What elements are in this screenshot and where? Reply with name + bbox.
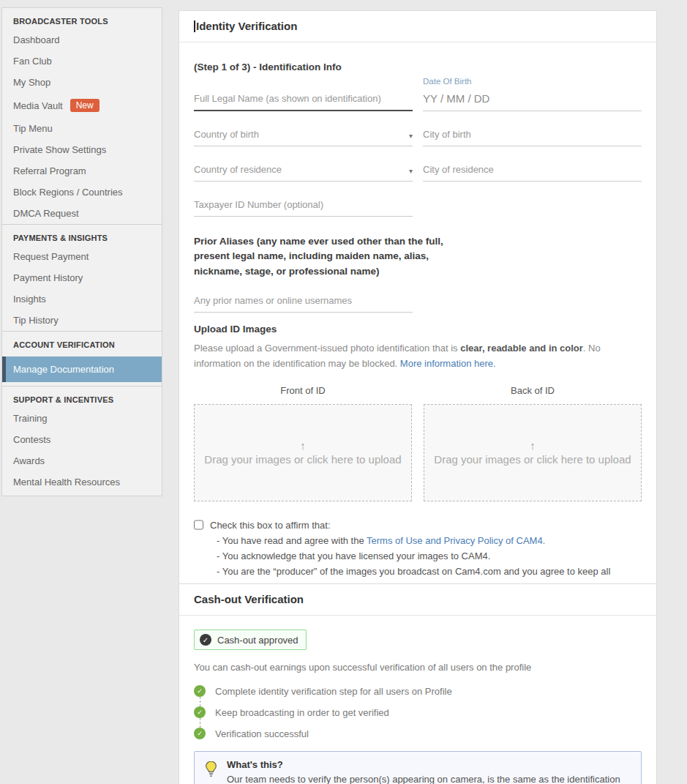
affirm-item: - You have read and agree with the Terms…: [217, 533, 642, 548]
sidebar-section-header: SUPPORT & INCENTIVES: [2, 387, 162, 408]
sidebar-item-label: Insights: [13, 294, 46, 304]
card-title-row: Identity Verification: [179, 11, 656, 42]
check-circle-icon: ✓: [194, 706, 206, 718]
sidebar-section-header: PAYMENTS & INSIGHTS: [2, 225, 162, 246]
dropzone-text: Drag your images or click here to upload: [434, 453, 631, 466]
sidebar-item-label: Private Show Settings: [13, 145, 106, 154]
sidebar-item-payment-history[interactable]: Payment History: [2, 267, 162, 288]
sidebar-item-contests[interactable]: Contests: [2, 429, 162, 450]
step-label: Keep broadcasting in order to get verifi…: [215, 707, 389, 718]
affirm-checkbox[interactable]: [194, 520, 203, 530]
info-body: Our team needs to verify the person(s) a…: [227, 772, 631, 784]
page: BROADCASTER TOOLS Dashboard Fan Club My …: [0, 0, 687, 784]
chevron-down-icon: ▾: [409, 132, 413, 140]
cashout-title: Cash-out Verification: [194, 593, 304, 605]
affirm-item-text: - You have read and agree with the: [217, 535, 367, 546]
sidebar-item-label: Contests: [13, 435, 50, 444]
affirm-label: Check this box to affirm that:: [210, 518, 642, 533]
sidebar-item-dmca-request[interactable]: DMCA Request: [2, 203, 162, 224]
upload-id-images-heading: Upload ID Images: [194, 324, 642, 335]
dob-label: Date Of Birth: [423, 77, 642, 86]
sidebar-item-label: Referral Program: [13, 166, 86, 176]
cashout-approved-badge: ✓ Cash-out approved: [194, 630, 307, 650]
sidebar-item-label: Tip History: [13, 316, 59, 325]
sidebar-section-header: BROADCASTER TOOLS: [2, 8, 162, 29]
sidebar-item-label: Payment History: [13, 273, 83, 283]
sidebar-item-tip-history[interactable]: Tip History: [2, 310, 162, 331]
cashout-intro: You can cash-out earnings upon successfu…: [194, 662, 642, 673]
text-cursor: [194, 20, 195, 32]
front-of-id-column: Front of ID ↑ Drag your images or click …: [194, 385, 412, 501]
sidebar-item-label: My Shop: [13, 78, 50, 87]
sidebar-section-payments-insights: PAYMENTS & INSIGHTS Request Payment Paym…: [2, 224, 162, 331]
country-of-residence-select[interactable]: Country of residence ▾: [194, 160, 413, 182]
sidebar-item-label: Mental Health Resources: [13, 477, 120, 487]
sidebar-item-manage-documentation[interactable]: Manage Documentation: [2, 356, 162, 382]
form-grid: Date Of Birth Country of birth ▾ Country…: [194, 77, 642, 217]
front-of-id-label: Front of ID: [194, 385, 412, 396]
more-information-link[interactable]: More information here.: [400, 358, 496, 369]
sidebar-section-support-incentives: SUPPORT & INCENTIVES Training Contests A…: [2, 386, 162, 493]
info-title: What's this?: [227, 759, 631, 770]
identity-form: (Step 1 of 3) - Identification Info Date…: [179, 42, 656, 610]
sidebar-item-fan-club[interactable]: Fan Club: [2, 51, 162, 72]
taxpayer-id-cell: [194, 195, 413, 217]
full-legal-name-field[interactable]: [194, 89, 413, 111]
upload-arrow-icon: ↑: [300, 440, 306, 451]
dob-field[interactable]: [423, 86, 642, 111]
sidebar-item-label: Block Regions / Countries: [13, 187, 123, 197]
sidebar-item-my-shop[interactable]: My Shop: [2, 72, 162, 93]
sidebar-item-tip-menu[interactable]: Tip Menu: [2, 118, 162, 139]
sidebar-item-label: Media Vault: [13, 101, 63, 111]
step-row: ✓ Complete identity verification step fo…: [194, 685, 642, 697]
check-circle-icon: ✓: [194, 728, 206, 739]
sidebar-item-training[interactable]: Training: [2, 408, 162, 429]
badge-label: Cash-out approved: [217, 635, 299, 646]
front-of-id-dropzone[interactable]: ↑ Drag your images or click here to uplo…: [194, 404, 412, 501]
step-row: ✓ Verification successful: [194, 728, 642, 739]
dob-cell: Date Of Birth: [423, 77, 642, 111]
sidebar-item-insights[interactable]: Insights: [2, 288, 162, 310]
city-of-birth-field[interactable]: [423, 124, 642, 146]
sidebar-item-mental-health-resources[interactable]: Mental Health Resources: [2, 471, 162, 493]
city-of-residence-cell: [423, 160, 642, 182]
empty-cell: [423, 195, 642, 217]
upload-note-bold: clear, readable and in color: [460, 343, 583, 354]
sidebar-item-private-show-settings[interactable]: Private Show Settings: [2, 139, 162, 160]
sidebar-item-awards[interactable]: Awards: [2, 450, 162, 471]
prior-aliases-label: Prior Aliases (any name ever used other …: [194, 234, 446, 279]
step-label: Complete identity verification step for …: [215, 686, 452, 697]
step-heading: (Step 1 of 3) - Identification Info: [194, 61, 642, 72]
sidebar-item-media-vault[interactable]: Media Vault New: [2, 93, 162, 118]
lightbulb-icon: [205, 761, 217, 777]
prior-aliases-cell: [194, 291, 413, 313]
prior-aliases-field[interactable]: [194, 291, 413, 313]
sidebar-item-dashboard[interactable]: Dashboard: [2, 29, 162, 51]
upload-note: Please upload a Government-issued photo …: [194, 340, 642, 372]
back-of-id-dropzone[interactable]: ↑ Drag your images or click here to uplo…: [424, 404, 642, 501]
select-placeholder: Country of residence: [194, 164, 282, 175]
country-of-birth-select[interactable]: Country of birth ▾: [194, 124, 413, 146]
terms-privacy-link[interactable]: Terms of Use and Privacy Policy of CAM4.: [367, 535, 545, 546]
sidebar-section-account-verification: ACCOUNT VERIFICATION Manage Documentatio…: [2, 331, 162, 382]
city-of-residence-field[interactable]: [423, 160, 642, 182]
sidebar: BROADCASTER TOOLS Dashboard Fan Club My …: [1, 7, 162, 496]
upload-arrow-icon: ↑: [530, 440, 536, 451]
cashout-verification-card: Cash-out Verification ✓ Cash-out approve…: [179, 583, 657, 784]
sidebar-item-label: Fan Club: [13, 56, 52, 66]
back-of-id-column: Back of ID ↑ Drag your images or click h…: [424, 385, 642, 501]
upload-grid: Front of ID ↑ Drag your images or click …: [194, 385, 642, 501]
new-badge: New: [70, 99, 100, 112]
sidebar-item-block-regions-countries[interactable]: Block Regions / Countries: [2, 182, 162, 203]
identity-verification-card: Identity Verification (Step 1 of 3) - Id…: [179, 10, 657, 663]
sidebar-item-label: DMCA Request: [13, 209, 79, 218]
sidebar-item-request-payment[interactable]: Request Payment: [2, 246, 162, 267]
affirm-item: - You acknowledge that you have licensed…: [217, 548, 642, 564]
sidebar-item-label: Training: [13, 414, 47, 423]
whats-this-info-box: What's this? Our team needs to verify th…: [194, 751, 642, 784]
taxpayer-id-field[interactable]: [194, 195, 413, 217]
sidebar-section-broadcaster-tools: BROADCASTER TOOLS Dashboard Fan Club My …: [2, 8, 162, 224]
sidebar-item-referral-program[interactable]: Referral Program: [2, 160, 162, 182]
sidebar-section-header: ACCOUNT VERIFICATION: [2, 332, 162, 353]
sidebar-item-label: Manage Documentation: [13, 365, 114, 374]
